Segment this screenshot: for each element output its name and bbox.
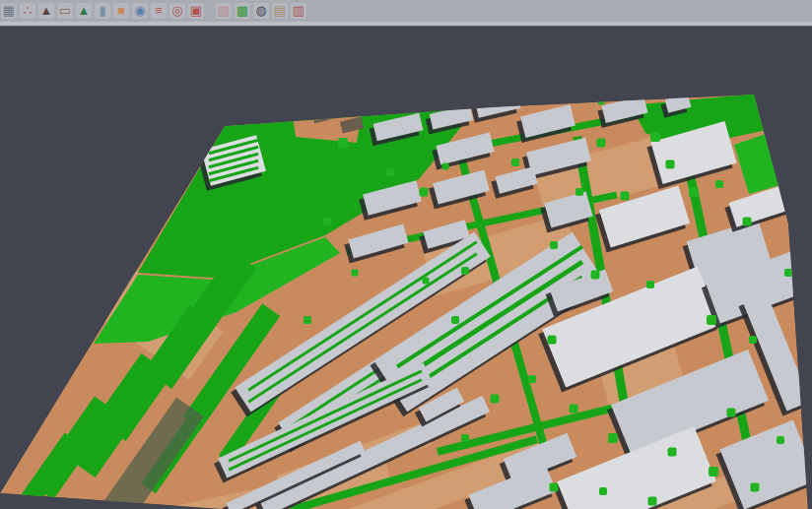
target-ring-icon[interactable]: ◎ bbox=[169, 3, 185, 19]
red-stripes-icon[interactable]: ▥ bbox=[291, 3, 306, 19]
point-cloud-scene[interactable] bbox=[0, 27, 812, 509]
toolbar: ▦∴▲▭▲▮■◉≡◎▣▨▩◍▤▥ bbox=[0, 0, 812, 22]
green-hill-icon[interactable]: ▲ bbox=[76, 3, 92, 19]
red-list-icon[interactable]: ≡ bbox=[151, 3, 167, 19]
globe-icon[interactable]: ◉ bbox=[132, 3, 148, 19]
blue-column-icon[interactable]: ▮ bbox=[95, 3, 110, 19]
green-map-icon[interactable]: ▩ bbox=[235, 3, 250, 19]
scatter-points-icon[interactable]: ∴ bbox=[20, 3, 35, 19]
dark-hill-icon[interactable]: ▲ bbox=[38, 3, 54, 19]
flat-box-icon[interactable]: ▭ bbox=[57, 3, 73, 19]
checker-cloud-icon[interactable]: ▦ bbox=[1, 3, 17, 19]
tan-notes-icon[interactable]: ▤ bbox=[272, 3, 288, 19]
pink-grid-icon[interactable]: ▨ bbox=[216, 3, 232, 19]
viewport-3d[interactable] bbox=[0, 27, 812, 509]
dark-globe-icon[interactable]: ◍ bbox=[253, 3, 269, 19]
selection-box-icon[interactable]: ▣ bbox=[188, 3, 204, 19]
orange-square-icon[interactable]: ■ bbox=[113, 3, 129, 19]
